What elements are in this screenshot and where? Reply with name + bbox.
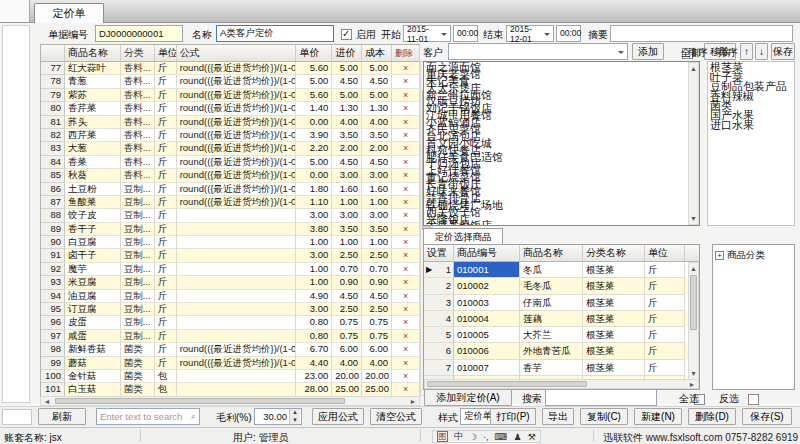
delete-row-button[interactable]: × [392,169,420,182]
cost-cell[interactable]: 1.30 [362,102,392,115]
save-customers-button[interactable]: 保存 [771,43,795,60]
sort-up-button[interactable]: ↑ [740,43,753,60]
unit-cell[interactable]: 斤 [155,223,177,236]
cost-cell[interactable]: 1.00 [362,196,392,209]
table-row[interactable]: 101白玉菇菌类包28.0025.0025.00× [41,383,420,396]
purchase-price-cell[interactable]: 4.50 [332,290,362,303]
delete-row-button[interactable]: × [392,183,420,196]
purchase-price-cell[interactable]: 3.50 [332,129,362,142]
print-button[interactable]: 打印(P) [490,408,536,425]
category-cell[interactable]: 豆制... [121,236,155,249]
purchase-price-cell[interactable]: 1.60 [332,183,362,196]
ime-tools-icon[interactable]: ⚒ [528,432,536,442]
scroll-down-icon[interactable]: ▼ [689,369,698,378]
product-name-cell[interactable]: 咸蛋 [65,330,121,343]
product-name-cell[interactable]: 香菜 [65,156,121,169]
formula-cell[interactable] [177,290,297,303]
end-time-field[interactable]: 00:00 [556,25,581,42]
scroll-up-icon[interactable]: ▲ [689,64,698,73]
table-row[interactable]: 92魔芋豆制...斤1.000.700.70× [41,263,420,276]
export-button[interactable]: 导出 [542,408,574,425]
table-row[interactable]: 93米豆腐豆制...斤1.000.900.90× [41,276,420,289]
delete-row-button[interactable]: × [392,263,420,276]
delete-row-button[interactable]: × [392,116,420,129]
scroll-thumb[interactable] [427,381,587,387]
category-cell[interactable]: 豆制... [121,196,155,209]
column-header[interactable]: 分类 [121,45,155,61]
product-row[interactable]: 5010005大芥兰根茎菜斤 [424,327,699,343]
unit-price-cell[interactable]: 3.00 [296,209,332,222]
category-name-cell[interactable]: 根茎菜 [583,278,645,294]
formula-cell[interactable] [177,330,297,343]
purchase-price-cell[interactable]: 4.50 [332,156,362,169]
category-cell[interactable]: 豆制... [121,290,155,303]
product-name-cell[interactable]: 外地青苦瓜 [520,343,583,359]
cost-cell[interactable]: 3.50 [362,223,392,236]
category-cell[interactable]: 豆制... [121,330,155,343]
unit-price-cell[interactable]: 3.80 [296,223,332,236]
formula-cell[interactable] [177,370,297,383]
product-name-cell[interactable]: 红大蒜叶 [65,62,121,75]
purchase-price-cell[interactable]: 1.30 [332,102,362,115]
formula-cell[interactable]: round(({最近进货均价})/(1-0.10... [177,357,297,370]
unit-price-cell[interactable]: 0.80 [296,316,332,329]
product-name-cell[interactable]: 油豆腐 [65,290,121,303]
apply-formula-button[interactable]: 应用公式 [312,408,364,425]
product-name-cell[interactable]: 金针菇 [65,370,121,383]
scroll-thumb[interactable] [55,398,345,404]
scroll-right-icon[interactable]: ► [688,380,696,389]
product-name-cell[interactable]: 西芹菜 [65,129,121,142]
product-name-cell[interactable]: 皮蛋 [65,316,121,329]
margin-spinner[interactable]: 30.00 ▲▼ [254,408,302,425]
product-name-cell[interactable]: 荞头 [65,116,121,129]
product-name-cell[interactable]: 香芹菜 [65,102,121,115]
product-name-cell[interactable]: 秋葵 [65,169,121,182]
enabled-checkbox[interactable] [341,29,352,40]
unit-price-cell[interactable]: 23.00 [296,370,332,383]
unit-cell[interactable]: 包 [155,370,177,383]
product-table-hscrollbar[interactable]: ► [424,379,699,389]
ime-logo-icon[interactable]: 图 [437,431,448,442]
cost-cell[interactable]: 3.00 [362,209,392,222]
category-cell[interactable]: 香料... [121,156,155,169]
customer-list-item[interactable]: 大盛平价饭店 [424,220,699,226]
category-cell[interactable]: 香料... [121,62,155,75]
formula-cell[interactable]: round(({最近进货均价})/(1-0.10... [177,169,297,182]
category-cell[interactable]: 菌类 [121,370,155,383]
toolbar-blank-box[interactable] [2,409,32,425]
product-name-cell[interactable]: 订豆腐 [65,303,121,316]
unit-cell[interactable]: 斤 [645,262,685,278]
purchase-price-cell[interactable]: 1.00 [332,196,362,209]
delete-row-button[interactable]: × [392,156,420,169]
product-code-cell[interactable]: 010002 [454,278,520,294]
price-table-hscrollbar[interactable]: ◄ ► [40,396,420,406]
cost-cell[interactable]: 2.00 [362,142,392,155]
delete-row-button[interactable]: × [392,303,420,316]
save-button[interactable]: 保存(S) [742,408,792,425]
cost-cell[interactable]: 4.50 [362,75,392,88]
cost-cell[interactable]: 0.75 [362,316,392,329]
delete-row-button[interactable]: × [392,102,420,115]
table-row[interactable]: 91卤干子豆制...斤3.002.502.50× [41,249,420,262]
margin-value[interactable]: 30.00 [255,409,289,424]
unit-price-cell[interactable]: 1.00 [296,276,332,289]
unit-cell[interactable]: 斤 [155,142,177,155]
table-row[interactable]: 84香菜香料...斤round(({最近进货均价})/(1-0.10...5.0… [41,156,420,169]
ime-language-icon[interactable]: 中 [454,430,463,443]
purchase-price-cell[interactable]: 0.70 [332,263,362,276]
formula-cell[interactable] [177,236,297,249]
purchase-price-cell[interactable]: 3.00 [332,169,362,182]
purchase-price-cell[interactable]: 2.50 [332,249,362,262]
column-header[interactable]: 单价 [296,45,332,61]
category-name-cell[interactable]: 根茎菜 [583,262,645,278]
delete-row-button[interactable]: × [392,196,420,209]
add-to-price-button[interactable]: 添加到定价(A) [424,389,512,406]
category-cell[interactable]: 豆制... [121,209,155,222]
formula-cell[interactable]: round(({最近进货均价})/(1-0.10... [177,116,297,129]
unit-cell[interactable]: 包 [155,383,177,396]
product-code-cell[interactable]: 010003 [454,295,520,311]
unit-cell[interactable]: 斤 [155,209,177,222]
tab-price-list[interactable]: 定价单 [34,3,104,23]
sort-down-button[interactable]: ↓ [755,43,768,60]
unit-cell[interactable]: 斤 [155,75,177,88]
